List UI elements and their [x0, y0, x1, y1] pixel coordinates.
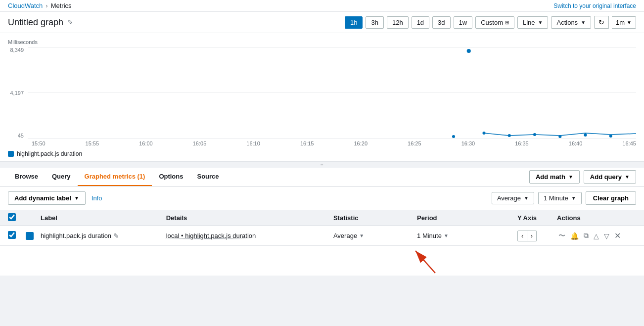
move-down-icon[interactable]: ▽ [602, 231, 611, 241]
period-select-chevron: ▼ [571, 195, 576, 201]
add-math-button[interactable]: Add math ▼ [529, 170, 580, 184]
row-check[interactable] [8, 231, 26, 240]
divider-handle[interactable]: ≡ [0, 162, 644, 168]
grid-line-mid [28, 93, 636, 93]
legend: highlight.pack.js duration [8, 150, 636, 157]
time-3d-button[interactable]: 3d [432, 16, 450, 29]
col-period-header: Period [417, 214, 517, 222]
tab-source[interactable]: Source [190, 168, 226, 186]
period-dropdown[interactable]: 1m ▼ [612, 16, 636, 29]
row-yaxis: ‹ › [517, 231, 557, 241]
period-select-dropdown[interactable]: 1 Minute ▼ [538, 192, 582, 204]
col-details-header: Details [166, 214, 333, 222]
x-label-4: 16:10 [246, 140, 260, 146]
top-bar: CloudWatch › Metrics Switch to your orig… [0, 0, 644, 12]
add-query-label: Add query [590, 173, 622, 181]
add-dynamic-label-text: Add dynamic label [14, 194, 71, 202]
add-math-label: Add math [536, 173, 565, 181]
row-color-swatch[interactable] [26, 232, 34, 240]
row-period-chevron[interactable]: ▼ [444, 233, 449, 238]
x-labels: 15:50 15:55 16:00 16:05 16:10 16:15 16:2… [8, 140, 636, 146]
arrow-indicator-container [0, 246, 644, 276]
row-action-icons: 〜 🔔 ⧉ △ ▽ ✕ [557, 230, 636, 241]
row-actions: 〜 🔔 ⧉ △ ▽ ✕ [557, 230, 636, 241]
svg-point-5 [584, 134, 587, 137]
refresh-button[interactable]: ↻ [594, 16, 609, 29]
tabs-left: Browse Query Graphed metrics (1) Options… [8, 168, 226, 186]
col-check-header [8, 213, 26, 223]
delete-icon[interactable]: ✕ [613, 230, 622, 241]
y-labels: 8,349 4,197 45 [8, 47, 28, 139]
table-row: highlight.pack.js duration ✎ local • hig… [0, 226, 644, 246]
breadcrumb-cloudwatch[interactable]: CloudWatch [8, 2, 43, 9]
statistic-dropdown[interactable]: Average ▼ [492, 192, 534, 204]
metrics-table-header: Label Details Statistic Period Y Axis Ac… [0, 210, 644, 226]
col-actions-header: Actions [557, 214, 636, 222]
add-query-chevron: ▼ [625, 174, 630, 180]
time-1d-button[interactable]: 1d [412, 16, 429, 29]
x-label-0: 15:50 [32, 140, 46, 146]
statistic-chevron: ▼ [524, 195, 529, 201]
yaxis-left-button[interactable]: ‹ [517, 231, 527, 241]
alarm-icon[interactable]: 🔔 [569, 231, 580, 241]
tab-query[interactable]: Query [45, 168, 78, 186]
row-details-text: local • highlight.pack.js duration [166, 232, 256, 239]
time-1w-button[interactable]: 1w [454, 16, 473, 29]
y-value-low: 45 [18, 133, 24, 139]
period-label: 1m [616, 19, 625, 26]
add-dynamic-label-button[interactable]: Add dynamic label ▼ [8, 191, 86, 205]
dynamic-label-chevron: ▼ [74, 195, 79, 201]
yaxis-right-button[interactable]: › [527, 231, 537, 241]
move-up-icon[interactable]: △ [592, 231, 600, 241]
col-statistic-header: Statistic [333, 214, 417, 222]
add-query-button[interactable]: Add query ▼ [584, 170, 636, 184]
x-label-6: 16:20 [354, 140, 368, 146]
x-label-8: 16:30 [461, 140, 475, 146]
col-yaxis-header: Y Axis [517, 214, 557, 222]
tab-options[interactable]: Options [152, 168, 190, 186]
metrics-icon[interactable]: 〜 [557, 231, 567, 241]
time-custom-button[interactable]: Custom ⊞ [475, 16, 514, 29]
row-color [26, 232, 41, 240]
title-edit-icon[interactable]: ✎ [67, 18, 73, 26]
select-all-checkbox[interactable] [8, 213, 16, 221]
row-period: 1 Minute ▼ [417, 232, 517, 239]
actions-label: Actions [556, 19, 578, 26]
time-1h-button[interactable]: 1h [345, 16, 363, 29]
chart-type-dropdown[interactable]: Line ▼ [517, 16, 548, 29]
row-statistic: Average ▼ [333, 232, 417, 239]
tabs-bar: Browse Query Graphed metrics (1) Options… [0, 168, 644, 186]
chart-type-label: Line [523, 19, 535, 26]
legend-color [8, 151, 14, 157]
tabs-right: Add math ▼ Add query ▼ [529, 170, 636, 184]
yaxis-controls: ‹ › [517, 231, 557, 241]
row-checkbox[interactable] [8, 231, 16, 239]
row-period-value: 1 Minute [417, 232, 442, 239]
metrics-toolbar-right: Average ▼ 1 Minute ▼ Clear graph [492, 191, 636, 205]
arrow-indicator [406, 241, 455, 276]
time-3h-button[interactable]: 3h [366, 16, 383, 29]
switch-interface-link[interactable]: Switch to your original interface [553, 2, 636, 9]
row-label-text: highlight.pack.js duration [41, 232, 111, 239]
x-label-9: 16:35 [515, 140, 529, 146]
tab-browse[interactable]: Browse [8, 168, 45, 186]
col-label-header: Label [41, 214, 166, 222]
row-statistic-value: Average [333, 232, 357, 239]
row-label: highlight.pack.js duration ✎ [41, 232, 166, 240]
time-12h-button[interactable]: 12h [387, 16, 409, 29]
breadcrumb-current: Metrics [51, 2, 72, 9]
legend-label: highlight.pack.js duration [17, 150, 82, 157]
clear-graph-button[interactable]: Clear graph [586, 191, 636, 205]
metrics-toolbar: Add dynamic label ▼ Info Average ▼ 1 Min… [0, 186, 644, 210]
svg-line-9 [415, 251, 435, 273]
actions-dropdown[interactable]: Actions ▼ [551, 16, 591, 29]
tab-graphed[interactable]: Graphed metrics (1) [78, 168, 152, 186]
chart-container: Milliseconds 8,349 4,197 45 [0, 33, 644, 162]
row-statistic-chevron[interactable]: ▼ [359, 233, 364, 238]
row-label-edit-icon[interactable]: ✎ [113, 232, 119, 240]
x-label-11: 16:45 [622, 140, 636, 146]
info-link[interactable]: Info [92, 194, 102, 202]
grid-line-bottom [28, 138, 636, 139]
copy-icon[interactable]: ⧉ [582, 231, 590, 241]
y-value-mid: 4,197 [10, 90, 24, 96]
